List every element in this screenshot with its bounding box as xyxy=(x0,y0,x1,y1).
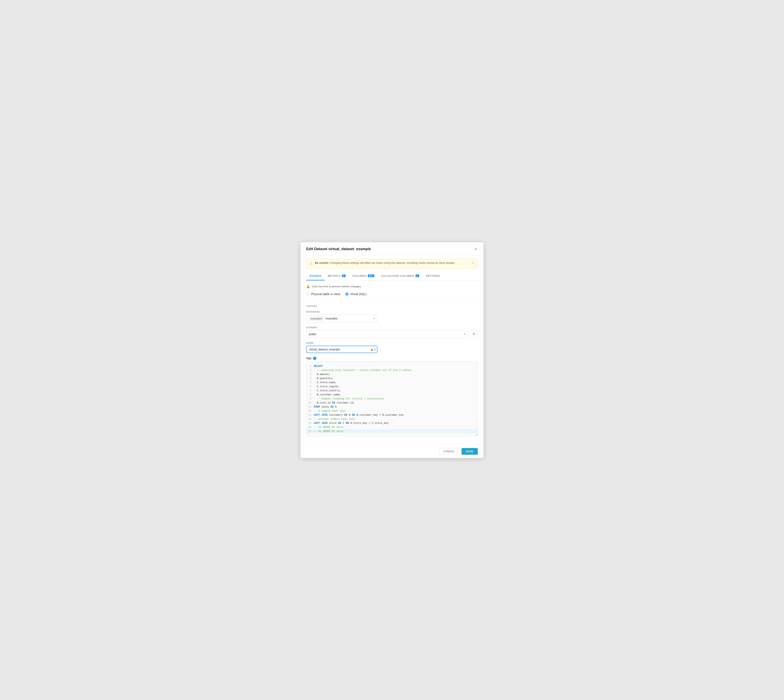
modal-overlay: Edit Dataset virtual_dataset_example × ⚠… xyxy=(301,242,483,458)
modal-body: 🔓 Click the lock to prevent further chan… xyxy=(301,280,483,445)
sql-label: SQL xyxy=(306,357,312,360)
tab-settings[interactable]: SETTINGS xyxy=(423,272,443,280)
code-line-15: 15 LEFT JOIN store AS C ON A.store_key =… xyxy=(306,421,478,425)
database-select[interactable]: examples examples ▾ xyxy=(306,315,377,323)
radio-group: Physical (table or view) Virtual (SQL) xyxy=(306,292,478,296)
tab-metrics[interactable]: METRICS 8 xyxy=(325,272,349,280)
sql-info-icon[interactable]: i xyxy=(313,357,316,360)
tab-settings-label: SETTINGS xyxy=(426,274,440,277)
lock-row: 🔓 Click the lock to prevent further chan… xyxy=(306,285,478,288)
modal-footer: CANCEL SAVE xyxy=(301,445,483,458)
database-value: examples xyxy=(326,317,338,320)
tab-calculated-columns[interactable]: CALCULATED COLUMNS 2 xyxy=(378,272,423,280)
tab-columns-label: COLUMNS xyxy=(352,274,366,277)
sql-editor[interactable]: 1 SELECT 2 -- exposing only relevant / u… xyxy=(306,362,478,436)
name-label: NAME xyxy=(306,342,478,344)
name-input[interactable] xyxy=(306,346,377,353)
name-field-wrapper: 🔒 ℹ xyxy=(306,346,377,353)
code-line-8: 8 B.customer_name, xyxy=(306,393,478,397)
code-line-12: 12 -- a simple hash join xyxy=(306,409,478,413)
code-line-4: 4 A.quantity, xyxy=(306,377,478,380)
code-line-9: 9 -- Simple renaming for clarity / consi… xyxy=(306,397,478,401)
warning-bold: Be careful. xyxy=(315,261,329,264)
tab-source-label: SOURCE xyxy=(310,274,321,277)
code-line-7: 7 C.store_country, xyxy=(306,388,478,393)
code-line-11: 11 FROM sales AS A xyxy=(306,405,478,409)
code-line-3: 3 A.amount, xyxy=(306,372,478,377)
modal-header: Edit Dataset virtual_dataset_example × xyxy=(301,242,483,255)
database-chevron-icon: ▾ xyxy=(373,317,375,320)
code-line-5: 5 C.store_name, xyxy=(306,380,478,385)
cancel-button[interactable]: CANCEL xyxy=(439,448,459,455)
radio-virtual[interactable]: Virtual (SQL) xyxy=(345,292,366,296)
lock-icon: 🔓 xyxy=(306,285,310,288)
radio-physical-circle xyxy=(306,292,310,296)
close-button[interactable]: × xyxy=(474,246,478,252)
code-line-14: 14 -- another simple hash join xyxy=(306,417,478,421)
schema-select[interactable]: public ▾ xyxy=(306,330,468,338)
schema-refresh-button[interactable]: ↻ xyxy=(470,330,478,338)
info-small-icon: ℹ xyxy=(374,348,375,351)
warning-icon: ⚠ xyxy=(310,262,313,266)
radio-physical-label: Physical (table or view) xyxy=(311,292,340,296)
tab-columns[interactable]: COLUMNS 99+ xyxy=(349,272,378,280)
code-line-2: 2 -- exposing only relevant / useful col… xyxy=(306,368,478,372)
tab-metrics-badge: 8 xyxy=(342,274,346,277)
schema-field-group: SCHEMA public ▾ ↻ xyxy=(306,326,478,338)
schema-chevron-icon: ▾ xyxy=(464,333,465,336)
radio-virtual-circle xyxy=(345,292,348,296)
code-line-13: 13 LEFT JOIN customers AS B ON A.custome… xyxy=(306,413,478,417)
lock-small-icon: 🔒 xyxy=(370,348,373,351)
warning-close-button[interactable]: × xyxy=(471,261,474,265)
warning-detail: Changing these settings will affect all … xyxy=(329,261,455,264)
database-field-group: DATABASE examples examples ▾ xyxy=(306,310,478,323)
database-label: DATABASE xyxy=(306,310,478,313)
tab-metrics-label: METRICS xyxy=(328,274,341,277)
virtual-section-label: VIRTUAL xyxy=(306,305,478,307)
modal-title: Edit Dataset virtual_dataset_example xyxy=(306,247,371,251)
warning-text: Be careful. Changing these settings will… xyxy=(315,261,469,264)
radio-physical[interactable]: Physical (table or view) xyxy=(306,292,340,296)
name-field-group: NAME 🔒 ℹ xyxy=(306,342,478,353)
sql-label-row: SQL i xyxy=(306,357,478,360)
name-field-icons: 🔒 ℹ xyxy=(370,348,375,351)
tab-bar: SOURCE METRICS 8 COLUMNS 99+ CALCULATED … xyxy=(301,272,483,280)
code-line-10: 10 B.cust_id AS customer_id, xyxy=(306,401,478,405)
warning-banner: ⚠ Be careful. Changing these settings wi… xyxy=(306,259,478,268)
schema-value: public xyxy=(309,333,316,336)
code-line-1: 1 SELECT xyxy=(306,364,478,368)
tab-calculated-columns-badge: 2 xyxy=(415,274,419,277)
code-line-16: 16 -- no GROUP BY here! xyxy=(306,425,478,429)
lock-text: Click the lock to prevent further change… xyxy=(312,285,362,288)
schema-label: SCHEMA xyxy=(306,326,478,328)
radio-virtual-label: Virtual (SQL) xyxy=(350,292,366,296)
code-line-6: 6 C.store_region, xyxy=(306,385,478,388)
code-lines: 1 SELECT 2 -- exposing only relevant / u… xyxy=(306,362,478,436)
code-line-17: 17 -- no ORDER BY here! xyxy=(306,429,478,433)
schema-row: public ▾ ↻ xyxy=(306,330,478,338)
database-tag: examples xyxy=(309,317,324,321)
sql-field-group: SQL i 1 SELECT 2 -- exposing only releva… xyxy=(306,357,478,436)
modal: Edit Dataset virtual_dataset_example × ⚠… xyxy=(301,242,483,458)
tab-source[interactable]: SOURCE xyxy=(306,272,325,280)
save-button[interactable]: SAVE xyxy=(461,448,478,455)
tab-calculated-columns-label: CALCULATED COLUMNS xyxy=(381,274,414,277)
tab-columns-badge: 99+ xyxy=(368,274,375,277)
